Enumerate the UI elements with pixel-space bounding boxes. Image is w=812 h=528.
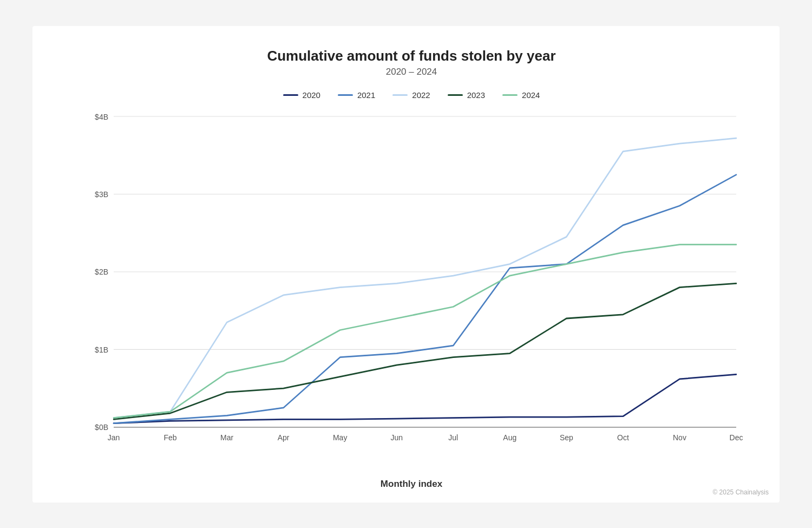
svg-text:$2B: $2B <box>95 267 108 276</box>
svg-text:Jul: Jul <box>448 433 458 442</box>
legend-label-2024: 2024 <box>522 90 540 100</box>
svg-text:Nov: Nov <box>673 433 686 442</box>
chart-area: $0B$1B$2B$3B$4BJanFebMarAprMayJunJulAugS… <box>76 110 747 457</box>
svg-text:Feb: Feb <box>163 433 176 442</box>
svg-text:May: May <box>333 433 348 442</box>
legend-item-2024: 2024 <box>502 90 540 100</box>
svg-text:$0B: $0B <box>95 422 108 432</box>
svg-text:$4B: $4B <box>95 112 108 121</box>
legend-label-2020: 2020 <box>303 90 320 100</box>
copyright-text: © 2025 Chainalysis <box>712 488 769 496</box>
svg-text:Apr: Apr <box>278 433 290 442</box>
chart-title: Cumulative amount of funds stolen by yea… <box>76 48 747 64</box>
legend-item-2020: 2020 <box>283 90 320 100</box>
legend-label-2021: 2021 <box>357 90 375 100</box>
svg-text:Dec: Dec <box>730 433 743 442</box>
legend-line-2022 <box>392 94 408 96</box>
line-chart: $0B$1B$2B$3B$4BJanFebMarAprMayJunJulAugS… <box>76 110 747 457</box>
chart-subtitle: 2020 – 2024 <box>76 67 747 77</box>
legend-label-2023: 2023 <box>467 90 485 100</box>
legend-label-2022: 2022 <box>412 90 430 100</box>
x-axis-title: Monthly index <box>381 479 442 490</box>
svg-text:Oct: Oct <box>617 433 629 442</box>
legend-item-2021: 2021 <box>338 90 375 100</box>
legend-line-2023 <box>448 94 463 96</box>
legend-item-2023: 2023 <box>448 90 485 100</box>
svg-text:Sep: Sep <box>560 433 573 442</box>
legend-line-2021 <box>338 94 353 96</box>
legend-item-2022: 2022 <box>392 90 430 100</box>
svg-text:Jun: Jun <box>390 433 403 442</box>
svg-text:Aug: Aug <box>503 433 516 442</box>
svg-text:$1B: $1B <box>95 345 108 354</box>
chart-container: Cumulative amount of funds stolen by yea… <box>32 26 780 503</box>
svg-text:Mar: Mar <box>220 433 233 442</box>
svg-text:$3B: $3B <box>95 190 108 199</box>
svg-text:Jan: Jan <box>108 433 120 442</box>
legend-line-2024 <box>502 94 518 96</box>
legend-line-2020 <box>283 94 298 96</box>
chart-legend: 2020 2021 2022 2023 2024 <box>76 90 747 100</box>
